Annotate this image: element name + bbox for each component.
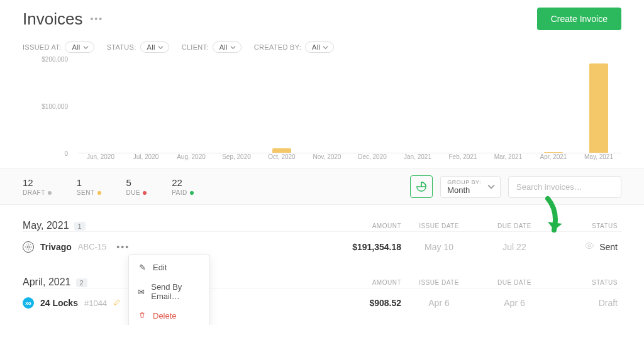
invoice-status: Sent bbox=[552, 241, 621, 253]
column-header-amount: AMOUNT bbox=[326, 222, 401, 229]
row-actions-menu-icon[interactable]: ••• bbox=[116, 242, 130, 252]
chevron-down-icon bbox=[158, 45, 164, 50]
section-title: May, 2021 bbox=[23, 220, 69, 231]
eye-icon bbox=[584, 241, 594, 253]
chart-toggle-button[interactable] bbox=[410, 175, 433, 198]
chevron-down-icon bbox=[323, 45, 328, 50]
column-header-issue: ISSUE DATE bbox=[401, 279, 477, 286]
x-tick: Mar, 2021 bbox=[486, 153, 531, 166]
section-title: April, 2021 bbox=[23, 277, 71, 288]
column-header-status: STATUS bbox=[552, 279, 621, 286]
x-tick: Jun, 2020 bbox=[78, 153, 123, 166]
group-by-label: GROUP BY: bbox=[447, 179, 481, 185]
filter-client[interactable]: All bbox=[213, 41, 242, 53]
page-actions-menu-icon[interactable]: ••• bbox=[90, 14, 103, 24]
y-tick: $200,000 bbox=[42, 56, 68, 63]
x-tick: May, 2021 bbox=[576, 153, 621, 166]
search-input[interactable] bbox=[508, 176, 621, 198]
filter-bar: ISSUED AT: All STATUS: All CLIENT: All C… bbox=[23, 41, 621, 53]
invoice-due-date: Jul 22 bbox=[477, 242, 552, 252]
invoice-amount: $191,354.18 bbox=[326, 242, 401, 252]
status-filter-paid[interactable]: 22PAID bbox=[172, 177, 194, 196]
invoice-row[interactable]: TrivagoABC-15•••$191,354.18May 10Jul 22S… bbox=[23, 231, 621, 261]
chart-bar[interactable] bbox=[272, 148, 291, 153]
status-filter-draft[interactable]: 12DRAFT bbox=[23, 177, 52, 196]
section-count-badge: 1 bbox=[74, 222, 86, 231]
mail-icon: ✉ bbox=[138, 287, 145, 297]
filter-label: STATUS: bbox=[107, 43, 136, 51]
status-filter-due[interactable]: 5DUE bbox=[126, 177, 147, 196]
row-actions-dropdown: ✎Edit✉Send By Email…Delete bbox=[128, 255, 210, 325]
invoice-id: #1044 bbox=[84, 299, 107, 308]
dropdown-send-email[interactable]: ✉Send By Email… bbox=[129, 277, 209, 306]
status-dot-icon bbox=[97, 191, 101, 195]
pencil-icon[interactable] bbox=[113, 297, 121, 309]
section-count-badge: 2 bbox=[76, 278, 87, 287]
x-tick: Jan, 2021 bbox=[395, 153, 440, 166]
page-title: Invoices bbox=[23, 9, 82, 29]
invoice-id: ABC-15 bbox=[78, 242, 107, 251]
dropdown-delete[interactable]: Delete bbox=[129, 306, 209, 325]
invoice-issue-date: Apr 6 bbox=[401, 298, 477, 308]
group-by-value: Month bbox=[447, 185, 481, 195]
filter-value: All bbox=[312, 43, 320, 51]
invoice-issue-date: May 10 bbox=[401, 242, 477, 252]
x-tick: Feb, 2021 bbox=[440, 153, 486, 166]
chevron-down-icon bbox=[487, 183, 495, 190]
column-header-status: STATUS bbox=[552, 222, 621, 229]
status-count: 1 bbox=[77, 177, 101, 188]
filter-created-by[interactable]: All bbox=[305, 41, 334, 53]
filter-label: CREATED BY: bbox=[254, 43, 301, 51]
invoice-status: Draft bbox=[552, 298, 621, 308]
status-filter-sent[interactable]: 1SENT bbox=[77, 177, 101, 196]
status-dot-icon bbox=[48, 191, 52, 195]
trash-icon bbox=[138, 311, 147, 321]
chevron-down-icon bbox=[83, 45, 89, 50]
status-count: 22 bbox=[172, 177, 194, 188]
column-header-issue: ISSUE DATE bbox=[401, 222, 477, 229]
dropdown-edit[interactable]: ✎Edit bbox=[129, 258, 209, 277]
x-tick: Nov, 2020 bbox=[304, 153, 350, 166]
column-header-amount: AMOUNT bbox=[326, 279, 401, 286]
client-gear-icon bbox=[23, 241, 34, 253]
invoice-chart: $200,000 $100,000 0 Jun, 2020Jul, 2020Au… bbox=[23, 59, 621, 166]
group-by-select[interactable]: GROUP BY: Month bbox=[440, 176, 501, 198]
column-header-due: DUE DATE bbox=[477, 222, 552, 229]
y-tick: $100,000 bbox=[42, 103, 68, 110]
x-tick: Oct, 2020 bbox=[259, 153, 304, 166]
filter-status[interactable]: All bbox=[140, 41, 169, 53]
filter-value: All bbox=[147, 43, 155, 51]
status-label: PAID bbox=[172, 189, 194, 196]
pie-chart-icon bbox=[416, 181, 427, 192]
svg-point-1 bbox=[588, 244, 591, 247]
x-tick: Jul, 2020 bbox=[123, 153, 169, 166]
client-xero-icon: xo bbox=[23, 297, 34, 309]
column-header-due: DUE DATE bbox=[477, 279, 552, 286]
client-name: Trivago bbox=[40, 242, 72, 252]
status-label: SENT bbox=[77, 189, 101, 196]
create-invoice-button[interactable]: Create Invoice bbox=[537, 8, 621, 30]
invoice-row[interactable]: xo24 Locks#1044$908.52Apr 6Apr 6Draft bbox=[23, 288, 621, 317]
status-label: DUE bbox=[126, 189, 147, 196]
x-tick: Aug, 2020 bbox=[169, 153, 214, 166]
filter-label: CLIENT: bbox=[182, 43, 209, 51]
x-tick: Sep, 2020 bbox=[214, 153, 259, 166]
invoice-due-date: Apr 6 bbox=[477, 298, 552, 308]
filter-label: ISSUED AT: bbox=[23, 43, 61, 51]
status-dot-icon bbox=[190, 191, 194, 195]
status-dot-icon bbox=[143, 191, 147, 195]
client-name: 24 Locks bbox=[40, 298, 78, 308]
status-count: 12 bbox=[23, 177, 52, 188]
x-tick: Dec, 2020 bbox=[350, 153, 395, 166]
status-count: 5 bbox=[126, 177, 147, 188]
chart-bar[interactable] bbox=[544, 152, 563, 153]
filter-value: All bbox=[72, 43, 80, 51]
x-tick: Apr, 2021 bbox=[531, 153, 576, 166]
filter-value: All bbox=[219, 43, 228, 51]
chart-bar[interactable] bbox=[589, 63, 608, 153]
y-tick: 0 bbox=[64, 150, 68, 157]
filter-issued-at[interactable]: All bbox=[65, 41, 94, 53]
invoice-amount: $908.52 bbox=[326, 298, 401, 308]
svg-point-0 bbox=[27, 246, 30, 248]
chevron-down-icon bbox=[230, 45, 236, 50]
